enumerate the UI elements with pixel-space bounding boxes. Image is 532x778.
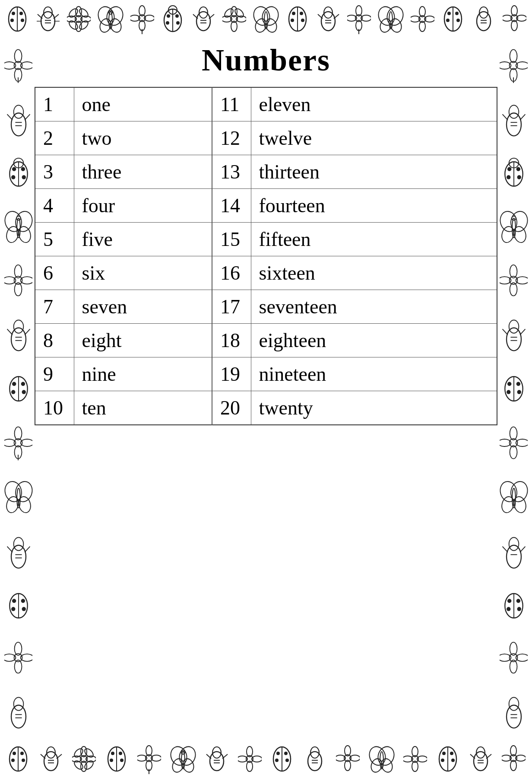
svg-point-183 xyxy=(507,113,521,136)
svg-line-136 xyxy=(25,329,30,335)
number-cell-2: 16 xyxy=(212,256,251,290)
svg-point-66 xyxy=(321,12,335,31)
word-cell: eight xyxy=(74,324,212,357)
number-cell: 5 xyxy=(35,223,74,256)
svg-point-143 xyxy=(11,390,15,394)
svg-point-41 xyxy=(176,21,180,25)
bot-flower6 xyxy=(502,744,526,774)
left-bee3 xyxy=(6,534,32,571)
number-cell: 4 xyxy=(35,189,74,223)
svg-point-157 xyxy=(13,537,23,550)
right-ladybug3 xyxy=(501,589,527,623)
number-cell: 10 xyxy=(35,391,74,425)
svg-point-22 xyxy=(78,19,90,31)
number-cell-2: 18 xyxy=(212,324,251,357)
svg-point-302 xyxy=(284,752,288,755)
number-cell: 7 xyxy=(35,290,74,324)
table-row: 8eight18eighteen xyxy=(35,324,497,357)
svg-point-274 xyxy=(110,759,113,762)
svg-point-21 xyxy=(68,19,79,31)
svg-point-165 xyxy=(21,599,25,603)
svg-point-118 xyxy=(12,167,16,171)
svg-line-159 xyxy=(25,546,30,552)
svg-point-64 xyxy=(291,19,294,22)
svg-point-246 xyxy=(509,698,519,711)
svg-point-167 xyxy=(22,607,25,611)
table-row: 6six16sixteen xyxy=(35,256,497,290)
left-flower xyxy=(4,47,32,84)
word-cell-2: eleven xyxy=(251,87,497,121)
left-ladybug2 xyxy=(6,372,32,406)
right-butterfly2 xyxy=(499,479,529,516)
svg-point-269 xyxy=(83,759,95,771)
right-bee4 xyxy=(501,694,527,731)
svg-point-104 xyxy=(15,50,22,63)
svg-point-141 xyxy=(12,382,16,386)
word-cell-2: eighteen xyxy=(251,324,497,357)
svg-point-174 xyxy=(13,698,23,711)
svg-point-303 xyxy=(275,759,279,762)
bot-flower xyxy=(72,744,96,774)
svg-point-110 xyxy=(13,105,23,118)
svg-point-239 xyxy=(517,607,521,611)
top-border-flower5 xyxy=(411,4,434,34)
number-cell-2: 17 xyxy=(212,290,251,324)
right-flower2 xyxy=(500,264,528,299)
svg-line-111 xyxy=(7,114,12,120)
top-border-flower2 xyxy=(130,4,154,34)
top-border-ladybug4 xyxy=(441,4,465,34)
left-border xyxy=(0,38,37,740)
svg-point-267 xyxy=(83,747,95,759)
bot-flower5 xyxy=(403,744,427,774)
page: Numbers 1one11eleven2two12twelve3three13… xyxy=(0,0,532,778)
svg-point-62 xyxy=(292,12,295,15)
svg-point-38 xyxy=(167,14,170,18)
svg-point-164 xyxy=(12,599,16,603)
bot-ladybug3 xyxy=(270,744,294,774)
svg-point-275 xyxy=(120,759,124,762)
svg-point-19 xyxy=(68,7,79,19)
bot-bee4 xyxy=(469,744,493,774)
bot-bee2 xyxy=(205,744,229,774)
left-flower2 xyxy=(4,264,32,299)
svg-point-218 xyxy=(517,390,521,394)
word-cell-2: sixteen xyxy=(251,256,497,290)
svg-point-192 xyxy=(507,167,511,171)
table-row: 4four14fourteen xyxy=(35,189,497,223)
top-border-flower xyxy=(67,4,91,34)
bot-ladybug4 xyxy=(436,744,460,774)
svg-point-178 xyxy=(510,50,517,63)
right-bee3 xyxy=(501,534,527,571)
svg-point-304 xyxy=(285,759,289,762)
svg-point-92 xyxy=(446,19,450,22)
left-ladybug3 xyxy=(6,589,32,623)
left-flower3 xyxy=(4,424,32,461)
svg-point-253 xyxy=(11,759,15,762)
svg-point-40 xyxy=(166,21,169,25)
table-row: 10ten20twenty xyxy=(35,391,497,425)
svg-point-184 xyxy=(509,105,519,118)
svg-point-4 xyxy=(10,19,14,22)
svg-point-120 xyxy=(11,175,15,179)
right-flower4 xyxy=(500,641,528,676)
number-cell: 8 xyxy=(35,324,74,357)
svg-point-273 xyxy=(119,752,122,755)
word-cell: six xyxy=(74,256,212,290)
word-cell: four xyxy=(74,189,212,223)
top-border-ladybug3 xyxy=(286,4,310,34)
svg-point-301 xyxy=(276,752,280,755)
word-cell: seven xyxy=(74,290,212,324)
svg-point-328 xyxy=(441,759,444,762)
svg-point-326 xyxy=(442,752,446,755)
svg-point-229 xyxy=(507,545,521,568)
numbers-table: 1one11eleven2two12twelve3three13thirteen… xyxy=(35,87,497,425)
table-row: 5five15fifteen xyxy=(35,223,497,256)
svg-point-42 xyxy=(196,12,210,31)
svg-point-133 xyxy=(11,328,26,351)
main-content: Numbers 1one11eleven2two12twelve3three13… xyxy=(0,38,532,740)
top-border-ladybug2 xyxy=(161,4,185,34)
svg-point-195 xyxy=(517,175,521,179)
number-cell-2: 11 xyxy=(212,87,251,121)
word-cell: three xyxy=(74,155,212,189)
number-cell-2: 19 xyxy=(212,357,251,391)
